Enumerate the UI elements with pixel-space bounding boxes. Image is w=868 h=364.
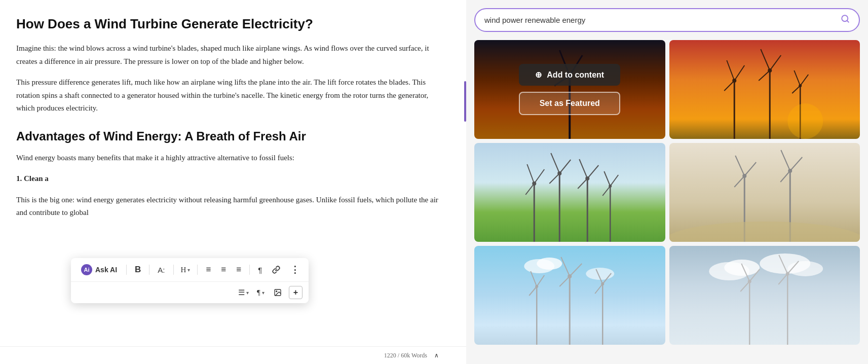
svg-line-13	[724, 81, 734, 91]
svg-line-21	[794, 70, 800, 86]
ask-ai-button[interactable]: Ai Ask AI	[77, 262, 121, 277]
svg-line-67	[570, 264, 582, 276]
turbine-svg-4	[669, 143, 860, 242]
image-bg-6	[669, 246, 860, 345]
turbine-svg-5	[474, 246, 665, 345]
image-button[interactable]	[271, 286, 285, 299]
add-to-content-button[interactable]: ⊕ Add to content	[519, 64, 620, 86]
image-card-2[interactable]	[669, 40, 860, 139]
svg-line-49	[734, 176, 744, 187]
svg-point-55	[669, 222, 860, 242]
turbine-svg-3	[474, 143, 665, 242]
more-options-button[interactable]: ⋮	[287, 262, 303, 277]
align-center-button[interactable]: ≡	[218, 263, 229, 277]
bold-button[interactable]: B	[132, 263, 144, 277]
toolbar-divider-2	[149, 265, 149, 275]
turbine-svg-2	[669, 40, 860, 139]
image-bg-5	[474, 246, 665, 345]
paragraph-select[interactable]: ¶ ▾	[255, 287, 267, 298]
image-card-4[interactable]	[669, 143, 860, 242]
svg-line-29	[525, 184, 534, 195]
chevron-down-icon-2: ▾	[246, 290, 249, 296]
chevron-down-icon-3: ▾	[262, 290, 265, 296]
image-bg-3	[474, 143, 665, 242]
set-featured-label: Set as Featured	[540, 99, 600, 107]
ai-icon: Ai	[81, 264, 92, 275]
paragraph-4: This is the big one: wind energy generat…	[16, 194, 442, 220]
paragraph-1: Imagine this: the wind blows across a wi…	[16, 42, 442, 68]
scroll-indicator	[464, 81, 466, 122]
svg-point-75	[724, 260, 760, 276]
svg-line-18	[759, 70, 770, 81]
svg-line-61	[531, 271, 537, 286]
toolbar-divider-1	[126, 265, 127, 275]
svg-line-54	[780, 171, 790, 182]
toolbar-row-1: Ai Ask AI B A: H ▾ ≡ ≡ ≡ ¶	[71, 258, 309, 282]
svg-line-32	[551, 153, 559, 173]
image-bg-4	[669, 143, 860, 242]
svg-line-12	[734, 65, 744, 81]
svg-line-11	[727, 60, 734, 81]
svg-line-33	[559, 160, 571, 173]
image-card-3[interactable]	[474, 143, 665, 242]
ask-ai-label: Ask AI	[95, 266, 117, 274]
list-icon: ☰	[238, 288, 245, 297]
align-right-button[interactable]: ≡	[233, 263, 244, 277]
font-size-button[interactable]: A:	[155, 264, 168, 276]
floating-toolbar: Ai Ask AI B A: H ▾ ≡ ≡ ≡ ¶	[71, 258, 309, 303]
link-button[interactable]	[269, 264, 283, 276]
svg-line-22	[800, 75, 808, 86]
svg-point-24	[787, 103, 823, 139]
image-card-1[interactable]: ⊕ Add to content Set as Featured	[474, 40, 665, 139]
toolbar-divider-5	[249, 265, 250, 275]
word-count-bar: 1220 / 60k Words ∧	[0, 346, 466, 364]
svg-line-62	[537, 275, 544, 286]
svg-line-52	[781, 150, 790, 171]
svg-line-47	[735, 156, 744, 176]
svg-line-82	[740, 281, 749, 292]
word-count-chevron[interactable]: ∧	[431, 350, 442, 361]
add-element-button[interactable]: +	[289, 286, 303, 299]
svg-line-28	[534, 169, 544, 184]
align-left-button[interactable]: ≡	[203, 263, 214, 277]
turbine-svg-6	[669, 246, 860, 345]
image-card-5[interactable]	[474, 246, 665, 345]
list-select[interactable]: ☰ ▾	[236, 287, 251, 298]
search-icon-button[interactable]	[841, 14, 850, 26]
chevron-down-icon: ▾	[187, 267, 190, 273]
svg-line-68	[559, 276, 570, 286]
image-card-6[interactable]	[669, 246, 860, 345]
paragraph-3: Wind energy boasts many benefits that ma…	[16, 152, 442, 165]
svg-line-63	[529, 286, 537, 296]
svg-line-48	[744, 162, 756, 176]
image-grid: ⊕ Add to content Set as Featured	[474, 40, 860, 345]
set-as-featured-button[interactable]: Set as Featured	[519, 92, 620, 115]
svg-line-37	[579, 159, 587, 178]
list-item-1: 1. Clean a	[16, 172, 442, 186]
svg-line-23	[792, 86, 800, 93]
svg-line-27	[527, 164, 534, 184]
paragraph-mark-button[interactable]: ¶	[255, 264, 265, 276]
editor-panel: How Does a Wind Turbine Generate Electri…	[0, 0, 466, 364]
svg-line-87	[778, 274, 787, 284]
svg-point-57	[537, 258, 562, 270]
move-icon: ⊕	[535, 70, 542, 80]
word-count-text: 1220 / 60k Words	[384, 352, 427, 359]
svg-line-73	[595, 284, 602, 294]
card-overlay-1: ⊕ Add to content Set as Featured	[474, 40, 665, 139]
image-search-panel: ⊕ Add to content Set as Featured	[466, 0, 868, 364]
svg-line-38	[587, 165, 598, 178]
article-title: How Does a Wind Turbine Generate Electri…	[16, 16, 442, 32]
svg-line-43	[610, 175, 618, 186]
add-to-content-label: Add to content	[547, 70, 604, 80]
paragraph-mark-2: ¶	[257, 288, 260, 297]
svg-line-17	[770, 55, 781, 70]
svg-line-16	[761, 49, 770, 70]
toolbar-divider-4	[197, 265, 198, 275]
search-input[interactable]	[484, 16, 836, 24]
image-bg-2	[669, 40, 860, 139]
image-search-box[interactable]	[474, 8, 860, 32]
svg-line-34	[549, 173, 559, 184]
heading-select[interactable]: H ▾	[179, 265, 193, 275]
toolbar-divider-3	[173, 265, 174, 275]
